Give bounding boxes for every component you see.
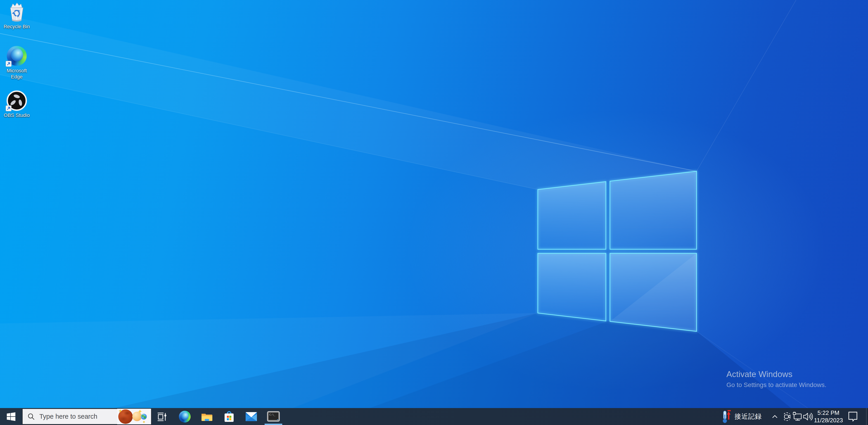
action-center-icon (847, 411, 858, 423)
tray-meet-now-button[interactable] (782, 408, 793, 425)
desktop-wallpaper (0, 0, 868, 425)
tray-widget-label[interactable]: 接近記録 (734, 408, 762, 425)
taskbar-search[interactable] (22, 408, 152, 425)
desktop-icon-label: Microsoft Edge (2, 68, 32, 80)
wallpaper-light-rays (0, 0, 868, 425)
file-explorer-button[interactable] (196, 408, 218, 425)
shortcut-arrow-icon (6, 61, 11, 67)
show-desktop-button[interactable] (866, 408, 868, 425)
command-prompt-button[interactable]: C:\_ (262, 408, 284, 425)
shortcut-arrow-icon (6, 105, 11, 111)
search-highlight-planets[interactable] (117, 409, 151, 424)
clock-date: 11/28/2023 (814, 417, 843, 424)
windows-start-icon (7, 412, 16, 421)
sparkle-icon (119, 409, 122, 413)
taskbar: C:\_ 接近記録 (0, 408, 868, 425)
search-input[interactable] (39, 413, 117, 420)
tray-network-button[interactable] (792, 408, 803, 425)
tray-clock[interactable]: 5:22 PM 11/28/2023 (813, 408, 844, 425)
network-icon (792, 412, 803, 422)
tray-volume-button[interactable] (802, 408, 814, 425)
microsoft-store-icon (224, 411, 235, 423)
tray-hidden-icons-button[interactable] (770, 408, 780, 425)
desktop-icon-label: OBS Studio (2, 112, 32, 118)
running-app-indicator (265, 424, 282, 425)
mail-button[interactable] (240, 408, 262, 425)
start-button[interactable] (0, 408, 22, 425)
file-explorer-icon (201, 412, 213, 422)
edge-taskbar-button[interactable] (174, 408, 196, 425)
desktop-icon-obs-studio[interactable]: OBS Studio (2, 90, 32, 118)
volume-icon (803, 412, 813, 421)
task-view-button[interactable] (152, 408, 174, 425)
desktop-icon-label: Recycle Bin (2, 24, 32, 30)
desktop-icon-microsoft-edge[interactable]: Microsoft Edge (2, 46, 32, 80)
task-view-icon (157, 411, 168, 422)
mail-icon (245, 412, 257, 421)
microsoft-store-button[interactable] (218, 408, 240, 425)
edge-icon (179, 411, 191, 423)
sparkle-icon (138, 409, 142, 414)
svg-text:C:\_: C:\_ (269, 413, 276, 416)
desktop-icon-recycle-bin[interactable]: Recycle Bin (2, 2, 32, 30)
meet-now-icon (782, 412, 792, 422)
tray-thermometer[interactable] (721, 408, 732, 425)
command-prompt-icon: C:\_ (267, 411, 280, 422)
thermometer-icon (722, 410, 731, 423)
earth-sphere-icon (141, 414, 147, 420)
clock-time: 5:22 PM (814, 409, 843, 417)
sparkle-icon (143, 421, 146, 423)
chevron-up-icon (771, 414, 778, 419)
action-center-button[interactable] (847, 408, 859, 425)
recycle-bin-icon (6, 2, 27, 22)
search-icon (28, 413, 35, 420)
